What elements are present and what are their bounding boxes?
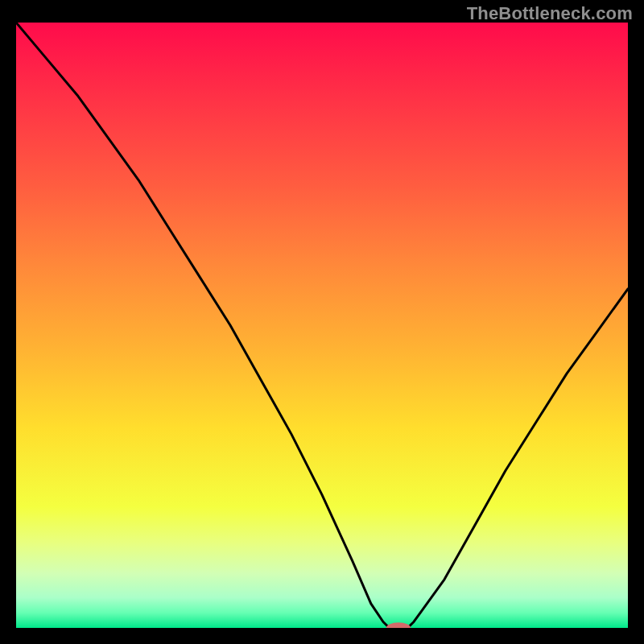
watermark-text: TheBottleneck.com xyxy=(467,3,633,24)
chart-frame: TheBottleneck.com xyxy=(0,0,644,644)
chart-background xyxy=(16,23,628,628)
chart-plot-area xyxy=(16,23,628,628)
chart-svg xyxy=(16,23,628,628)
